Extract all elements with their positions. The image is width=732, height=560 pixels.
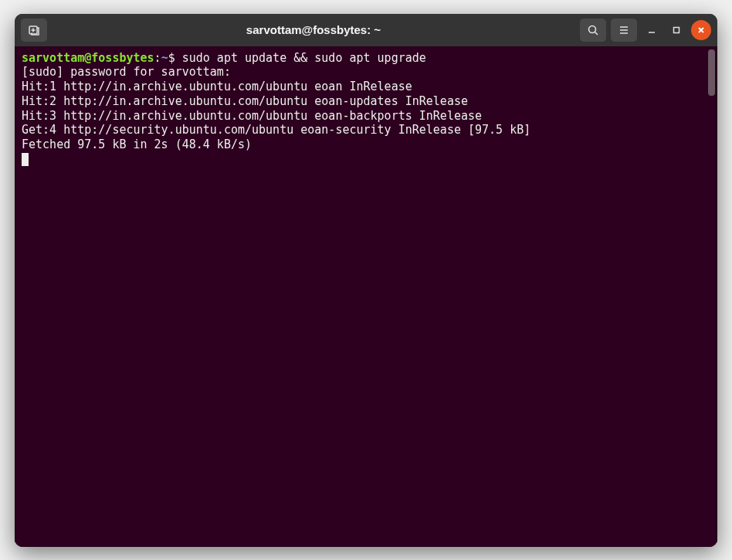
prompt-sigil: $ <box>168 51 182 65</box>
prompt-user-host: sarvottam@fossbytes <box>22 51 154 65</box>
command-text: sudo apt update && sudo apt upgrade <box>182 51 426 65</box>
titlebar-left <box>21 19 47 42</box>
output-line: Get:4 http://security.ubuntu.com/ubuntu … <box>22 123 710 137</box>
svg-line-2 <box>595 32 598 35</box>
search-icon <box>587 24 599 36</box>
prompt-line: sarvottam@fossbytes:~$ sudo apt update &… <box>22 51 710 66</box>
prompt-sep: : <box>154 51 161 65</box>
menu-button[interactable] <box>611 19 637 42</box>
search-button[interactable] <box>580 19 606 42</box>
titlebar-right <box>580 19 711 42</box>
cursor <box>22 153 29 166</box>
output-line: Hit:3 http://in.archive.ubuntu.com/ubunt… <box>22 109 710 124</box>
maximize-icon <box>672 25 681 35</box>
output-line: Fetched 97.5 kB in 2s (48.4 kB/s) <box>22 137 710 152</box>
minimize-button[interactable] <box>642 20 662 40</box>
hamburger-icon <box>618 24 630 36</box>
output-line: [sudo] password for sarvottam: <box>22 65 710 80</box>
minimize-icon <box>647 25 656 35</box>
window-title: sarvottam@fossbytes: ~ <box>52 23 575 36</box>
terminal-body[interactable]: sarvottam@fossbytes:~$ sudo apt update &… <box>15 46 717 547</box>
svg-point-1 <box>589 25 596 32</box>
terminal-window: sarvottam@fossbytes: ~ <box>15 14 717 547</box>
titlebar: sarvottam@fossbytes: ~ <box>15 14 717 46</box>
output-line: Hit:1 http://in.archive.ubuntu.com/ubunt… <box>22 80 710 94</box>
close-button[interactable] <box>691 20 711 40</box>
maximize-button[interactable] <box>666 20 686 40</box>
output-line: Hit:2 http://in.archive.ubuntu.com/ubunt… <box>22 94 710 109</box>
close-icon <box>696 25 706 35</box>
svg-rect-7 <box>674 27 679 32</box>
prompt-path: ~ <box>161 51 168 65</box>
scrollbar[interactable] <box>708 49 715 96</box>
new-tab-icon <box>28 24 40 36</box>
new-tab-button[interactable] <box>21 19 47 42</box>
